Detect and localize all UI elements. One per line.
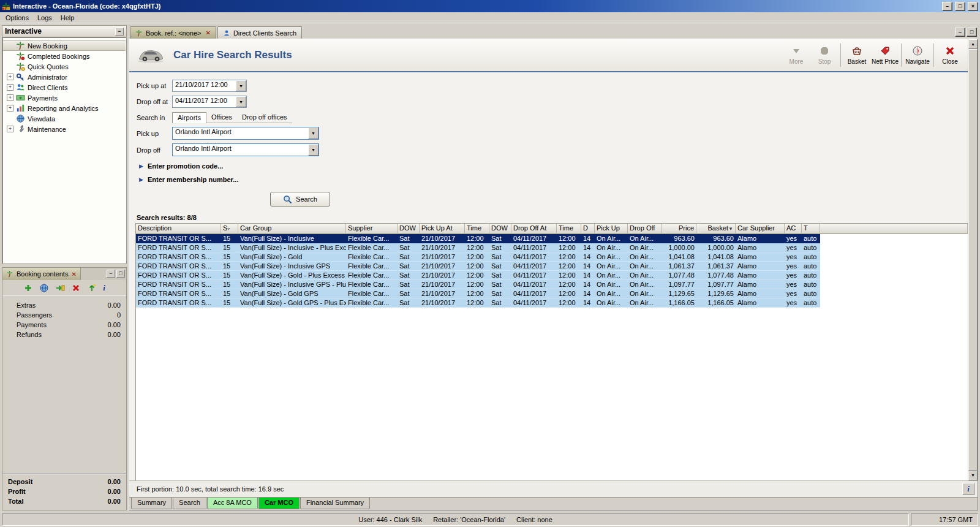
column-header-description[interactable]: Description: [136, 224, 221, 234]
sidebar-item-completed-bookings[interactable]: Completed Bookings: [3, 51, 126, 61]
menu-options[interactable]: Options: [1, 13, 33, 23]
vertical-scrollbar[interactable]: ▲ ▼: [968, 39, 978, 480]
scrollbar-thumb[interactable]: [968, 49, 978, 471]
info-icon[interactable]: i: [103, 283, 105, 293]
tab-drop-off-offices[interactable]: Drop off offices: [237, 112, 292, 123]
tab-car-mco[interactable]: Car MCO: [258, 498, 300, 509]
expand-icon[interactable]: +: [7, 94, 13, 101]
stop-button[interactable]: Stop: [810, 44, 839, 67]
expand-icon[interactable]: +: [7, 84, 13, 91]
cell-drop-off-loc: On Air...: [628, 280, 662, 289]
upgrade-icon[interactable]: [87, 283, 97, 293]
sidebar-item-reporting[interactable]: + Reporting and Analytics: [3, 103, 126, 113]
sidebar-item-quick-quotes[interactable]: Quick Quotes: [3, 61, 126, 72]
sidebar-item-payments[interactable]: + Payments: [3, 93, 126, 103]
delete-icon[interactable]: [71, 283, 81, 293]
close-button[interactable]: Close: [936, 44, 964, 67]
palm-icon: [16, 51, 25, 61]
scroll-down-icon[interactable]: ▼: [968, 471, 978, 480]
menu-logs[interactable]: Logs: [33, 13, 56, 23]
sidebar-item-viewdata[interactable]: Viewdata: [3, 113, 126, 124]
window-maximize-icon[interactable]: □: [955, 2, 965, 11]
mdi-restore-icon[interactable]: □: [967, 28, 977, 37]
expand-icon[interactable]: +: [7, 126, 13, 132]
close-tab-icon[interactable]: ✕: [206, 29, 211, 36]
table-row[interactable]: FORD TRANSIT OR S... 15 Van(Full Size) -…: [136, 262, 968, 271]
table-row[interactable]: FORD TRANSIT OR S... 15 Van(Full Size) -…: [136, 280, 968, 289]
column-header-car-supplier[interactable]: Car Supplier: [736, 224, 785, 234]
panel-collapse-icon[interactable]: −: [115, 28, 124, 36]
drop-off-select[interactable]: Orlando Intl Airport ▼: [172, 143, 319, 156]
window-minimize-icon[interactable]: –: [942, 2, 952, 11]
cell-transmission: auto: [802, 243, 820, 252]
search-button[interactable]: Search: [270, 192, 330, 207]
column-header-time-dropoff[interactable]: Time: [557, 224, 581, 234]
mdi-minimize-icon[interactable]: –: [955, 28, 965, 37]
column-header-car-group[interactable]: Car Group: [238, 224, 346, 234]
tab-direct-clients-search[interactable]: Direct Clients Search: [217, 26, 302, 39]
column-header-supplier[interactable]: Supplier: [346, 224, 398, 234]
basket-button[interactable]: Basket: [843, 44, 871, 67]
booking-contents-tab[interactable]: Booking contents ✕: [2, 268, 81, 280]
column-header-pick-up-loc[interactable]: Pick Up: [595, 224, 628, 234]
window-close-icon[interactable]: ×: [968, 2, 978, 11]
table-row[interactable]: FORD TRANSIT OR S... 15 Van(Full Size) -…: [136, 271, 968, 280]
expand-icon[interactable]: +: [7, 105, 13, 112]
column-header-pick-up-at[interactable]: Pick Up At: [420, 224, 465, 234]
dropdown-icon[interactable]: ▼: [236, 96, 246, 107]
sidebar-item-maintenance[interactable]: + Maintenance: [3, 124, 126, 134]
pick-up-at-select[interactable]: 21/10/2017 12:00 ▼: [172, 80, 247, 92]
column-header-ac[interactable]: AC: [785, 224, 802, 234]
table-row[interactable]: FORD TRANSIT OR S... 15 Van(Full Size) -…: [136, 243, 968, 252]
navigate-button[interactable]: Navigate: [903, 44, 932, 67]
pick-up-select[interactable]: Orlando Intl Airport ▼: [172, 127, 319, 140]
tab-acc-8a-mco[interactable]: Acc 8A MCO: [207, 498, 258, 509]
nett-price-button[interactable]: Nett Price: [871, 44, 899, 67]
table-row[interactable]: FORD TRANSIT OR S... 15 Van(Full Size) -…: [136, 252, 968, 262]
add-icon[interactable]: [23, 283, 33, 293]
menu-help[interactable]: Help: [56, 13, 79, 23]
column-header-drop-off-loc[interactable]: Drop Off: [628, 224, 662, 234]
import-icon[interactable]: [55, 283, 65, 293]
drop-off-at-select[interactable]: 04/11/2017 12:00 ▼: [172, 96, 247, 108]
column-header-dow-dropoff[interactable]: DOW: [489, 224, 511, 234]
dropdown-icon[interactable]: ▼: [236, 80, 246, 91]
sidebar-item-new-booking[interactable]: New Booking: [3, 40, 126, 51]
tab-financial-summary[interactable]: Financial Summary: [300, 498, 370, 509]
scroll-up-icon[interactable]: ▲: [968, 39, 978, 49]
sidebar-item-administrator[interactable]: + Administrator: [3, 72, 126, 82]
cell-dow-dropoff: Sat: [489, 252, 511, 262]
column-header-time-pickup[interactable]: Time: [465, 224, 489, 234]
tab-airports[interactable]: Airports: [172, 112, 206, 123]
more-button[interactable]: More: [782, 44, 810, 67]
dropdown-icon[interactable]: ▼: [308, 127, 318, 139]
table-row[interactable]: FORD TRANSIT OR S... 15 Van(Full Size) -…: [136, 234, 968, 243]
table-row[interactable]: FORD TRANSIT OR S... 15 Van(Full Size) -…: [136, 298, 968, 308]
expand-icon[interactable]: +: [7, 74, 13, 80]
globe-icon[interactable]: [39, 283, 49, 293]
promotion-code-expander[interactable]: ▶ Enter promotion code...: [139, 162, 968, 170]
column-header-transmission[interactable]: T: [802, 224, 820, 234]
total-label: Total: [8, 498, 108, 505]
column-header-seats[interactable]: S▿: [221, 224, 238, 234]
sidebar-item-direct-clients[interactable]: + Direct Clients: [3, 82, 126, 93]
column-header-drop-off-at[interactable]: Drop Off At: [511, 224, 557, 234]
column-header-dow-pickup[interactable]: DOW: [398, 224, 420, 234]
panel-minimize-icon[interactable]: −: [107, 270, 115, 278]
panel-restore-icon[interactable]: □: [116, 270, 125, 278]
column-header-price[interactable]: Price: [662, 224, 696, 234]
tab-booking-ref[interactable]: Book. ref.: <none> ✕: [130, 26, 216, 39]
cell-description: FORD TRANSIT OR S...: [136, 289, 221, 298]
tab-search[interactable]: Search: [173, 498, 206, 509]
column-header-basket[interactable]: Basket▼: [696, 224, 736, 234]
close-tab-icon[interactable]: ✕: [71, 271, 76, 278]
tab-summary[interactable]: Summary: [131, 498, 172, 509]
dropdown-icon[interactable]: ▼: [308, 144, 318, 156]
info-button[interactable]: i: [962, 483, 974, 495]
column-header-days[interactable]: D: [581, 224, 595, 234]
membership-number-expander[interactable]: ▶ Enter membership number...: [139, 176, 968, 183]
table-row[interactable]: FORD TRANSIT OR S... 15 Van(Full Size) -…: [136, 289, 968, 298]
tab-offices[interactable]: Offices: [206, 112, 237, 123]
palm-icon: [135, 29, 143, 37]
window-titlebar: Interactive - Ocean-Florida (code: x4qgf…: [0, 0, 980, 12]
